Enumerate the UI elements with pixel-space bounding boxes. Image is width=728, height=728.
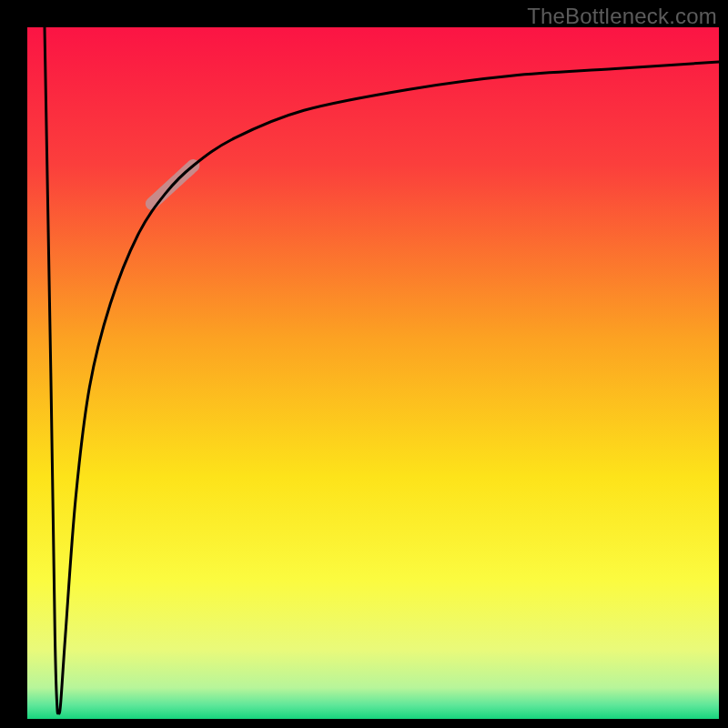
chart-root: TheBottleneck.com [0,0,728,728]
bottleneck-chart [0,0,728,728]
plot-background [27,27,719,719]
